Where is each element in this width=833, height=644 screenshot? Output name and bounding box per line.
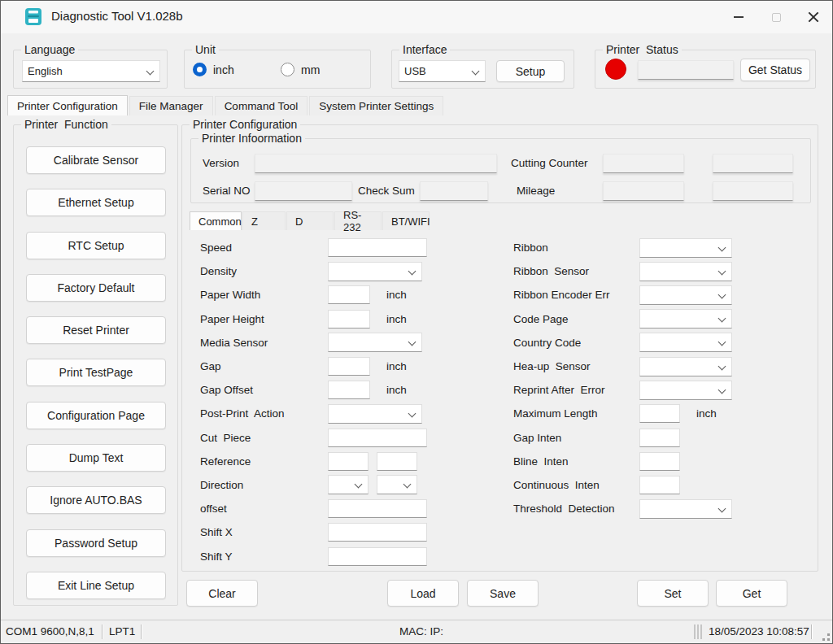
density-label: Density [200, 265, 328, 277]
rtc-setup-button[interactable]: RTC Setup [26, 232, 166, 259]
language-select[interactable]: English [22, 60, 160, 82]
paper-height-input[interactable] [328, 310, 370, 329]
chevron-down-icon [718, 315, 726, 323]
shift-x-input[interactable] [328, 523, 427, 542]
reference-x-input[interactable] [328, 452, 369, 471]
form-row: Ribbon Sensor [513, 259, 757, 283]
calibrate-sensor-button[interactable]: Calibrate Sensor [26, 146, 166, 174]
ribbon-encoder-err-select[interactable] [639, 285, 732, 305]
chevron-down-icon [718, 504, 726, 512]
cut-piece-label: Cut Piece [200, 432, 328, 444]
cutting-counter-label: Cutting Counter [511, 157, 588, 169]
ribbon-sensor-select[interactable] [639, 262, 732, 281]
country-code-label: Country Code [513, 337, 639, 349]
post-print-action-select[interactable] [328, 404, 422, 424]
gap-input[interactable] [328, 357, 370, 376]
interface-select[interactable]: USB [399, 60, 486, 82]
minimize-icon [734, 16, 744, 18]
mileage-field-2 [713, 181, 793, 201]
tab-printer-configuration[interactable]: Printer Configuration [7, 95, 128, 115]
form-row: Density [200, 259, 444, 283]
tab-file-manager[interactable]: File Manager [129, 96, 213, 115]
status-bar: COM1 9600,N,8,1 LPT1 MAC: IP: 18/05/2023… [1, 620, 832, 643]
gap-offset-unit: inch [386, 384, 407, 396]
subtab-rs232[interactable]: RS-232 [334, 211, 382, 230]
head-up-sensor-label: Hea-up Sensor [513, 360, 639, 372]
chevron-down-icon [718, 243, 726, 251]
bline-inten-label: Bline Inten [513, 455, 639, 468]
subtab-z[interactable]: Z [242, 211, 286, 230]
direction-select-2[interactable] [377, 475, 417, 494]
cutting-counter-field-2 [713, 154, 793, 173]
maximize-button[interactable] [757, 1, 795, 33]
paper-width-label: Paper Width [200, 289, 328, 301]
speed-input[interactable] [328, 238, 427, 257]
reset-printer-button[interactable]: Reset Printer [26, 316, 166, 344]
gap-offset-input[interactable] [328, 381, 370, 399]
form-row: Gap Inten [513, 426, 757, 450]
unit-radio-inch[interactable]: inch [193, 63, 234, 76]
set-button[interactable]: Set [637, 580, 709, 607]
code-page-select[interactable] [639, 309, 732, 329]
continuous-inten-input[interactable] [639, 476, 680, 494]
country-code-select[interactable] [639, 333, 732, 352]
gap-inten-input[interactable] [639, 429, 680, 447]
setup-button[interactable]: Setup [496, 60, 565, 82]
speed-label: Speed [200, 242, 328, 254]
clear-button[interactable]: Clear [186, 580, 258, 607]
print-testpage-button[interactable]: Print TestPage [26, 359, 166, 386]
reprint-after-error-select[interactable] [639, 381, 732, 400]
ignore-autobas-button[interactable]: Ignore AUTO.BAS [26, 486, 166, 514]
printer-configuration-title: Printer Configuration [190, 118, 300, 131]
status-grip-icon [694, 624, 702, 639]
ethernet-setup-button[interactable]: Ethernet Setup [26, 189, 166, 216]
dump-text-button[interactable]: Dump Text [26, 444, 166, 472]
unit-radio-mm[interactable]: mm [281, 63, 320, 76]
threshold-detection-label: Threshold Detection [513, 503, 639, 515]
exit-line-setup-button[interactable]: Exit Line Setup [26, 572, 166, 599]
get-status-button[interactable]: Get Status [740, 59, 810, 81]
ribbon-select[interactable] [639, 238, 732, 258]
chevron-down-icon [408, 409, 416, 417]
subtab-btwifi[interactable]: BT/WIFI [382, 211, 430, 230]
password-setup-button[interactable]: Password Setup [26, 529, 166, 557]
shift-y-input[interactable] [328, 547, 427, 566]
paper-height-unit: inch [386, 313, 407, 325]
tab-system-printer-settings[interactable]: System Printer Settings [309, 96, 443, 115]
close-button[interactable] [795, 1, 832, 33]
minimize-button[interactable] [720, 1, 757, 33]
gap-label: Gap [200, 360, 328, 372]
offset-input[interactable] [328, 499, 427, 518]
cut-piece-input[interactable] [328, 429, 427, 447]
tab-command-tool[interactable]: Command Tool [215, 96, 308, 115]
subtab-common[interactable]: Common [190, 211, 242, 230]
load-button[interactable]: Load [387, 580, 459, 607]
chevron-down-icon [718, 291, 726, 299]
save-button[interactable]: Save [467, 580, 539, 607]
threshold-detection-select[interactable] [639, 499, 732, 519]
reference-y-input[interactable] [377, 452, 417, 471]
configuration-page-button[interactable]: Configuration Page [26, 402, 166, 429]
form-row: Ribbon Encoder Err [513, 283, 757, 307]
paper-width-unit: inch [386, 289, 407, 301]
serial-no-label: Serial NO [203, 185, 251, 197]
unit-mm-label: mm [301, 63, 320, 76]
factory-default-button[interactable]: Factory Default [26, 274, 166, 302]
reprint-after-error-label: Reprint After Error [513, 384, 639, 396]
density-select[interactable] [328, 262, 422, 281]
bline-inten-input[interactable] [639, 452, 680, 471]
language-groupbox: Language English [13, 50, 168, 89]
subtab-d[interactable]: D [286, 211, 334, 230]
resize-grip[interactable] [818, 629, 830, 641]
form-row: Media Sensor [200, 331, 444, 355]
printer-information-title: Printer Infoormation [198, 132, 305, 145]
head-up-sensor-select[interactable] [639, 357, 732, 376]
continuous-inten-label: Continuous Inten [513, 479, 639, 491]
direction-select-1[interactable] [328, 475, 369, 494]
interface-value: USB [404, 65, 426, 77]
get-button[interactable]: Get [716, 580, 787, 607]
media-sensor-select[interactable] [328, 333, 422, 352]
paper-width-input[interactable] [328, 285, 370, 304]
maximum-length-input[interactable] [639, 404, 680, 423]
form-row: Continuous Inten [513, 473, 757, 497]
